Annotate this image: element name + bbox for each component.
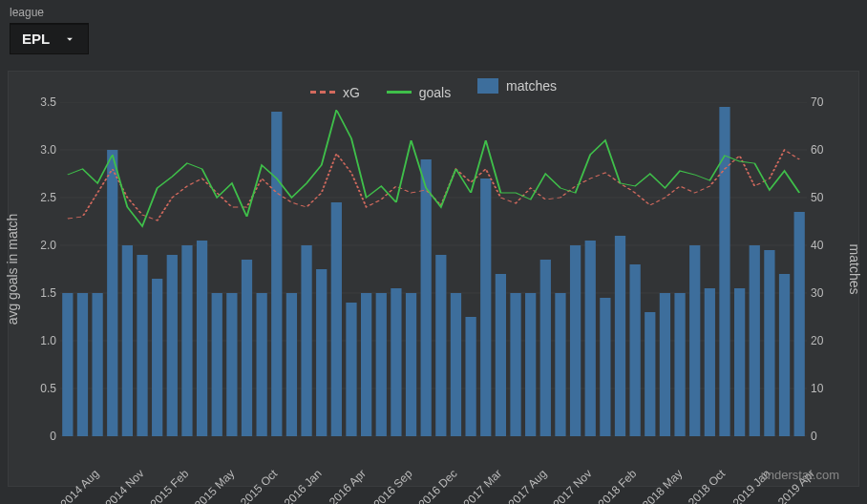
bar xyxy=(540,260,551,436)
bar xyxy=(271,112,282,436)
xg-swatch xyxy=(310,91,335,94)
legend-label-xg: xG xyxy=(343,85,360,100)
legend-item-goals[interactable]: goals xyxy=(387,85,451,100)
legend-label-goals: goals xyxy=(419,85,451,100)
bar xyxy=(181,245,192,436)
bar xyxy=(391,288,401,436)
ytick-right: 50 xyxy=(811,191,849,204)
bar xyxy=(451,293,461,436)
xtick: 2014 Nov xyxy=(102,467,146,504)
chart-panel: xG goals matches avg goals in match 00.5… xyxy=(8,71,859,487)
ytick-right: 10 xyxy=(811,382,849,395)
bar xyxy=(331,202,342,436)
y-axis-left-label: avg goals in match xyxy=(5,214,20,326)
xtick: 2016 Dec xyxy=(416,467,460,504)
bar xyxy=(600,298,610,436)
chart-plot xyxy=(60,102,807,436)
bar xyxy=(376,293,387,436)
ytick-left: 1.0 xyxy=(18,334,56,347)
ytick-left: 2.0 xyxy=(18,239,56,252)
bar xyxy=(107,150,117,436)
bar xyxy=(660,293,670,436)
xtick: 2019 Jan xyxy=(730,467,772,504)
bar xyxy=(122,245,133,436)
bar xyxy=(794,212,805,436)
bar xyxy=(510,293,520,436)
ytick-right: 40 xyxy=(811,239,849,252)
line-goals xyxy=(68,110,799,226)
ytick-left: 1.5 xyxy=(18,286,56,300)
bar xyxy=(645,312,655,436)
legend-label-matches: matches xyxy=(506,78,557,94)
bar xyxy=(62,293,73,436)
bar xyxy=(465,317,476,436)
chart-legend: xG goals matches xyxy=(9,78,858,100)
bar xyxy=(689,245,700,436)
ytick-left: 0.5 xyxy=(18,382,56,395)
y-axis-right-label: matches xyxy=(847,244,862,295)
ytick-left: 0 xyxy=(18,430,56,443)
page: league EPL xG goals matches avg goals in… xyxy=(0,0,867,504)
bar xyxy=(316,269,327,436)
chart-svg xyxy=(60,102,807,436)
bar xyxy=(212,293,222,436)
ytick-right: 20 xyxy=(811,334,849,347)
ytick-right: 30 xyxy=(811,286,849,300)
bar xyxy=(480,178,491,436)
xtick: 2017 Aug xyxy=(506,467,550,504)
league-dropdown[interactable]: EPL xyxy=(10,23,89,54)
bar xyxy=(525,293,536,436)
xtick: 2015 Feb xyxy=(147,467,191,504)
ytick-right: 70 xyxy=(811,95,849,109)
goals-swatch xyxy=(387,91,412,94)
matches-swatch xyxy=(477,78,498,94)
xtick: 2016 Apr xyxy=(327,467,369,504)
ytick-left: 3.0 xyxy=(18,143,56,157)
bar xyxy=(346,303,356,436)
xtick: 2015 May xyxy=(192,467,237,504)
y-axis-right: matches 010203040506070 xyxy=(811,102,849,436)
bar xyxy=(92,293,102,436)
y-axis-left: avg goals in match 00.51.01.52.02.53.03.… xyxy=(18,102,56,436)
bar xyxy=(242,260,252,436)
ytick-right: 60 xyxy=(811,143,849,157)
bar xyxy=(421,159,432,436)
xtick: 2018 May xyxy=(640,467,685,504)
bar xyxy=(734,288,745,436)
ytick-left: 3.5 xyxy=(18,95,56,109)
bar xyxy=(361,293,371,436)
xtick: 2017 Nov xyxy=(550,467,594,504)
bar xyxy=(779,274,790,436)
bar xyxy=(585,241,596,436)
bar xyxy=(167,255,178,436)
bar xyxy=(257,293,267,436)
xtick: 2018 Oct xyxy=(686,467,728,504)
bar xyxy=(630,264,641,436)
bar xyxy=(674,293,685,436)
xtick: 2019 Apr xyxy=(775,467,817,504)
ytick-right: 0 xyxy=(811,430,849,443)
bar xyxy=(152,279,162,436)
chevron-down-icon xyxy=(63,32,76,46)
bar xyxy=(406,293,416,436)
bar xyxy=(286,293,297,436)
bar xyxy=(764,250,774,436)
league-filter: league EPL xyxy=(10,6,89,54)
bar xyxy=(750,245,760,436)
bar xyxy=(197,241,207,436)
league-filter-label: league xyxy=(10,6,89,19)
xtick: 2015 Oct xyxy=(237,467,279,504)
league-dropdown-value: EPL xyxy=(22,31,50,47)
legend-item-matches[interactable]: matches xyxy=(477,78,557,94)
xtick: 2014 Aug xyxy=(57,467,101,504)
bar xyxy=(555,293,565,436)
bar xyxy=(77,293,88,436)
xtick: 2016 Sep xyxy=(371,467,415,504)
bar xyxy=(496,274,506,436)
bar xyxy=(435,255,446,436)
legend-item-xg[interactable]: xG xyxy=(310,85,360,100)
bar xyxy=(570,245,581,436)
bar xyxy=(301,245,311,436)
bar xyxy=(615,236,625,436)
xtick: 2018 Feb xyxy=(595,467,639,504)
